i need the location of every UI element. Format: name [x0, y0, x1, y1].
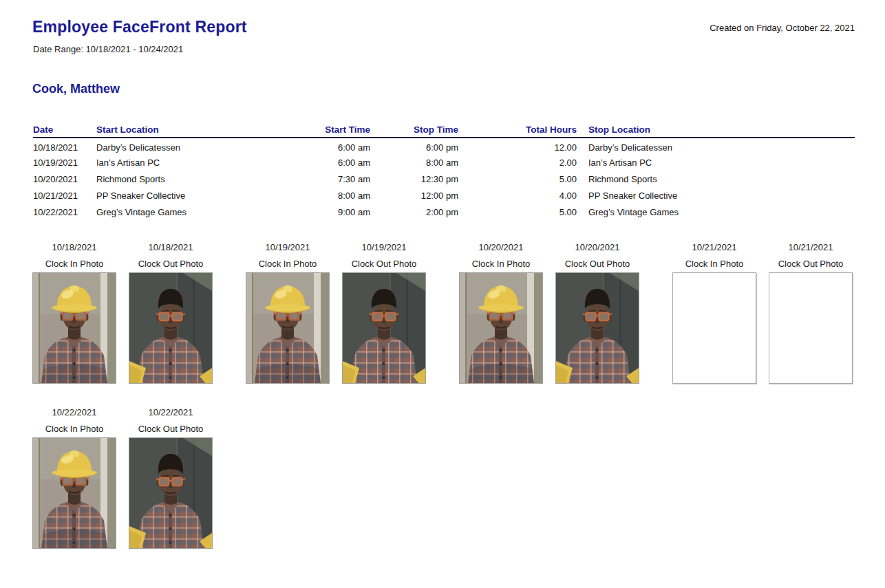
- photo-cell: 10/18/2021Clock In Photo: [32, 239, 116, 384]
- table-cell: 4.00: [458, 187, 577, 204]
- table-cell: Richmond Sports: [96, 171, 322, 187]
- worker-hardhat-portrait: [246, 273, 329, 383]
- table-cell: 8:00 am: [370, 154, 458, 171]
- table-cell: PP Sneaker Collective: [577, 187, 855, 204]
- photo-row: 10/18/2021Clock In Photo10/18/2021Clock …: [32, 239, 853, 384]
- worker-portrait: [129, 438, 212, 548]
- table-cell: Darby’s Delicatessen: [577, 138, 855, 154]
- table-cell: 6:00 am: [322, 154, 370, 171]
- table-row: 10/18/2021Darby’s Delicatessen6:00 am6:0…: [33, 138, 855, 154]
- clock-out-photo: [555, 272, 639, 384]
- photo-cell: 10/22/2021Clock In Photo: [32, 404, 116, 549]
- table-cell: 10/22/2021: [33, 204, 96, 220]
- photo-date-label: 10/21/2021: [672, 239, 756, 256]
- photo-cell: 10/19/2021Clock In Photo: [246, 239, 330, 384]
- table-header-cell: Total Hours: [458, 122, 577, 138]
- table-body: 10/18/2021Darby’s Delicatessen6:00 am6:0…: [33, 138, 855, 220]
- photo-date-label: 10/18/2021: [129, 239, 213, 256]
- worker-hardhat-portrait: [33, 438, 116, 548]
- photo-type-label: Clock Out Photo: [129, 421, 213, 437]
- clock-out-photo: [129, 437, 213, 549]
- photo-date-label: 10/22/2021: [32, 404, 116, 421]
- table-header-cell: Start Time: [322, 122, 370, 138]
- table-cell: Greg’s Vintage Games: [96, 204, 322, 220]
- photo-type-label: Clock Out Photo: [769, 256, 853, 272]
- table-cell: 2.00: [458, 154, 577, 171]
- table-cell: PP Sneaker Collective: [96, 187, 322, 204]
- table-cell: 8:00 am: [322, 187, 370, 204]
- photo-date-label: 10/21/2021: [769, 239, 853, 256]
- table-cell: 9:00 am: [322, 204, 370, 220]
- photo-cell: 10/21/2021Clock Out Photo: [769, 239, 853, 384]
- report-page: Employee FaceFront Report Date Range: 10…: [0, 0, 885, 588]
- table-cell: Darby’s Delicatessen: [96, 138, 322, 154]
- table-row: 10/22/2021Greg’s Vintage Games9:00 am2:0…: [33, 204, 855, 220]
- created-on-label: Created on Friday, October 22, 2021: [710, 23, 855, 33]
- table-cell: 12:30 pm: [370, 171, 458, 187]
- table-cell: 10/18/2021: [33, 138, 96, 154]
- worker-hardhat-portrait: [33, 273, 116, 383]
- table-cell: Richmond Sports: [577, 171, 855, 187]
- photo-date-label: 10/22/2021: [129, 404, 213, 421]
- employee-name: Cook, Matthew: [32, 82, 120, 96]
- table-cell: Ian’s Artisan PC: [96, 154, 322, 171]
- table-header-cell: Start Location: [96, 122, 322, 138]
- empty-photo-box: [769, 272, 853, 384]
- clock-in-photo: [459, 272, 543, 384]
- date-range-label: Date Range: 10/18/2021 - 10/24/2021: [33, 44, 183, 54]
- table-header-cell: Stop Time: [370, 122, 458, 138]
- photo-cell: 10/20/2021Clock In Photo: [459, 239, 543, 384]
- photo-date-label: 10/19/2021: [246, 239, 330, 256]
- photo-cell: 10/19/2021Clock Out Photo: [342, 239, 426, 384]
- photo-date-label: 10/18/2021: [32, 239, 116, 256]
- empty-photo-box: [672, 272, 756, 384]
- photo-row: 10/22/2021Clock In Photo10/22/2021Clock …: [32, 404, 853, 549]
- table-cell: 10/21/2021: [33, 187, 96, 204]
- worker-portrait: [556, 273, 639, 383]
- page-title: Employee FaceFront Report: [32, 18, 247, 36]
- table-cell: 5.00: [458, 171, 577, 187]
- table-cell: 10/19/2021: [33, 154, 96, 171]
- table-cell: 7:30 am: [322, 171, 370, 187]
- table-cell: 10/20/2021: [33, 171, 96, 187]
- photo-type-label: Clock In Photo: [672, 256, 756, 272]
- photo-date-label: 10/20/2021: [555, 239, 639, 256]
- worker-hardhat-portrait: [460, 273, 542, 383]
- timesheet-table: DateStart LocationStart TimeStop TimeTot…: [33, 122, 855, 220]
- photo-cell: 10/20/2021Clock Out Photo: [555, 239, 639, 384]
- clock-in-photo: [246, 272, 330, 384]
- table-header-cell: Stop Location: [577, 122, 855, 138]
- clock-in-photo: [32, 437, 116, 549]
- photo-type-label: Clock Out Photo: [129, 256, 213, 272]
- table-cell: 6:00 am: [322, 138, 370, 154]
- table-cell: Greg’s Vintage Games: [577, 204, 855, 220]
- photo-type-label: Clock In Photo: [246, 256, 330, 272]
- table-cell: 12:00 pm: [370, 187, 458, 204]
- table-header: DateStart LocationStart TimeStop TimeTot…: [33, 122, 855, 138]
- photo-type-label: Clock Out Photo: [342, 256, 426, 272]
- table-cell: Ian’s Artisan PC: [577, 154, 855, 171]
- worker-portrait: [129, 273, 212, 383]
- photo-cell: 10/22/2021Clock Out Photo: [129, 404, 213, 549]
- photo-date-label: 10/19/2021: [342, 239, 426, 256]
- clock-out-photo: [129, 272, 213, 384]
- clock-in-photo: [32, 272, 116, 384]
- photo-type-label: Clock Out Photo: [555, 256, 639, 272]
- photo-grid: 10/18/2021Clock In Photo10/18/2021Clock …: [32, 239, 853, 549]
- clock-out-photo: [342, 272, 426, 384]
- worker-portrait: [343, 273, 425, 383]
- photo-type-label: Clock In Photo: [32, 421, 116, 437]
- table-cell: 12.00: [458, 138, 577, 154]
- table-header-row: DateStart LocationStart TimeStop TimeTot…: [33, 122, 855, 138]
- table-header-cell: Date: [33, 122, 96, 138]
- table-row: 10/21/2021PP Sneaker Collective8:00 am12…: [33, 187, 855, 204]
- table-cell: 2:00 pm: [370, 204, 458, 220]
- photo-type-label: Clock In Photo: [459, 256, 543, 272]
- photo-cell: 10/18/2021Clock Out Photo: [129, 239, 213, 384]
- table-row: 10/20/2021Richmond Sports7:30 am12:30 pm…: [33, 171, 855, 187]
- photo-date-label: 10/20/2021: [459, 239, 543, 256]
- table-row: 10/19/2021Ian’s Artisan PC6:00 am8:00 am…: [33, 154, 855, 171]
- photo-type-label: Clock In Photo: [32, 256, 116, 272]
- photo-cell: 10/21/2021Clock In Photo: [672, 239, 756, 384]
- table-cell: 5.00: [458, 204, 577, 220]
